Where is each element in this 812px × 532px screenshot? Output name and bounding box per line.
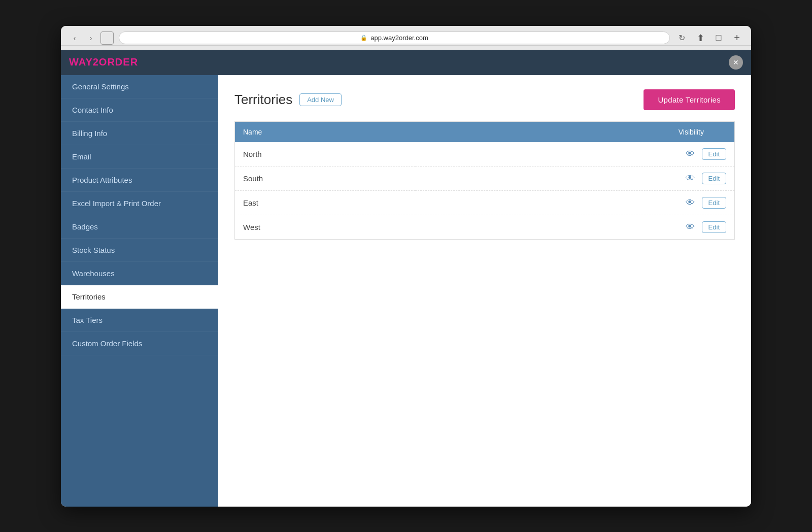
visibility-column-header: Visibility	[415, 121, 734, 142]
duplicate-button[interactable]: □	[712, 31, 726, 45]
reload-button[interactable]: ↻	[675, 31, 688, 45]
edit-north-button[interactable]: Edit	[702, 148, 726, 160]
main-layout: General Settings Contact Info Billing In…	[61, 75, 751, 507]
sidebar-item-email[interactable]: Email	[61, 145, 218, 169]
add-new-button[interactable]: Add New	[299, 93, 342, 106]
page-header: Territories Add New Update Territories	[234, 89, 735, 110]
sidebar-item-warehouses[interactable]: Warehouses	[61, 262, 218, 285]
forward-button[interactable]: ›	[84, 31, 97, 45]
visibility-icon[interactable]: 👁	[686, 222, 695, 232]
territories-table: Name Visibility North 👁 Edit	[234, 121, 735, 240]
row-actions-east: 👁 Edit	[415, 190, 734, 215]
update-territories-button[interactable]: Update Territories	[644, 89, 735, 110]
sidebar-item-excel-import[interactable]: Excel Import & Print Order	[61, 192, 218, 215]
browser-actions: ⬆ □ +	[693, 31, 744, 45]
visibility-icon[interactable]: 👁	[686, 173, 695, 184]
table-row: East 👁 Edit	[235, 190, 735, 215]
app-container: WAY2ORDER ✕ General Settings Contact Inf…	[61, 50, 751, 507]
edit-west-button[interactable]: Edit	[702, 221, 726, 233]
row-actions: 👁 Edit	[423, 173, 726, 184]
row-name-west: West	[235, 215, 416, 239]
close-button[interactable]: ✕	[729, 55, 743, 70]
table-row: West 👁 Edit	[235, 215, 735, 239]
table-body: North 👁 Edit South	[235, 142, 735, 240]
sidebar-item-general-settings[interactable]: General Settings	[61, 75, 218, 98]
logo-2: 2	[93, 56, 99, 68]
url-text: app.way2order.com	[370, 34, 428, 42]
row-actions: 👁 Edit	[423, 221, 726, 233]
header-row: Name Visibility	[235, 121, 735, 142]
sidebar-item-custom-order-fields[interactable]: Custom Order Fields	[61, 332, 218, 355]
content-area: Territories Add New Update Territories N…	[218, 75, 751, 507]
row-name-east: East	[235, 190, 416, 215]
edit-east-button[interactable]: Edit	[702, 197, 726, 209]
sidebar-item-contact-info[interactable]: Contact Info	[61, 98, 218, 122]
browser-window: ‹ › 🔒 app.way2order.com ↻ ⬆ □ + WAY2ORDE…	[61, 26, 751, 507]
nav-buttons: ‹ ›	[68, 31, 114, 45]
visibility-icon[interactable]: 👁	[686, 197, 695, 208]
table-row: South 👁 Edit	[235, 166, 735, 190]
row-actions: 👁 Edit	[423, 197, 726, 209]
row-name-north: North	[235, 142, 416, 167]
sidebar-item-product-attributes[interactable]: Product Attributes	[61, 169, 218, 192]
top-nav: WAY2ORDER ✕	[61, 50, 751, 75]
row-name-south: South	[235, 166, 416, 190]
table-row: North 👁 Edit	[235, 142, 735, 167]
new-tab-button[interactable]: +	[730, 31, 744, 45]
sidebar-item-badges[interactable]: Badges	[61, 215, 218, 239]
logo-way: WAY	[69, 56, 93, 68]
share-button[interactable]: ⬆	[693, 31, 707, 45]
page-title-area: Territories Add New	[234, 92, 342, 108]
sidebar-item-territories[interactable]: Territories	[61, 285, 218, 309]
row-actions: 👁 Edit	[423, 148, 726, 160]
page-title: Territories	[234, 92, 292, 108]
sidebar-item-billing-info[interactable]: Billing Info	[61, 122, 218, 145]
edit-south-button[interactable]: Edit	[702, 173, 726, 184]
address-bar[interactable]: 🔒 app.way2order.com	[119, 31, 670, 44]
logo: WAY2ORDER	[69, 56, 138, 68]
name-column-header: Name	[235, 121, 416, 142]
sidebar: General Settings Contact Info Billing In…	[61, 75, 218, 507]
browser-chrome: ‹ › 🔒 app.way2order.com ↻ ⬆ □ +	[61, 26, 751, 46]
row-actions-west: 👁 Edit	[415, 215, 734, 239]
table-header: Name Visibility	[235, 121, 735, 142]
sidebar-item-tax-tiers[interactable]: Tax Tiers	[61, 309, 218, 332]
row-actions-south: 👁 Edit	[415, 166, 734, 190]
back-button[interactable]: ‹	[68, 31, 81, 45]
reader-mode-button[interactable]	[100, 31, 114, 45]
sidebar-item-stock-status[interactable]: Stock Status	[61, 239, 218, 262]
tab-bar	[61, 46, 751, 50]
lock-icon: 🔒	[360, 35, 367, 41]
logo-order: ORDER	[99, 56, 138, 68]
visibility-icon[interactable]: 👁	[686, 149, 695, 159]
row-actions-north: 👁 Edit	[415, 142, 734, 167]
